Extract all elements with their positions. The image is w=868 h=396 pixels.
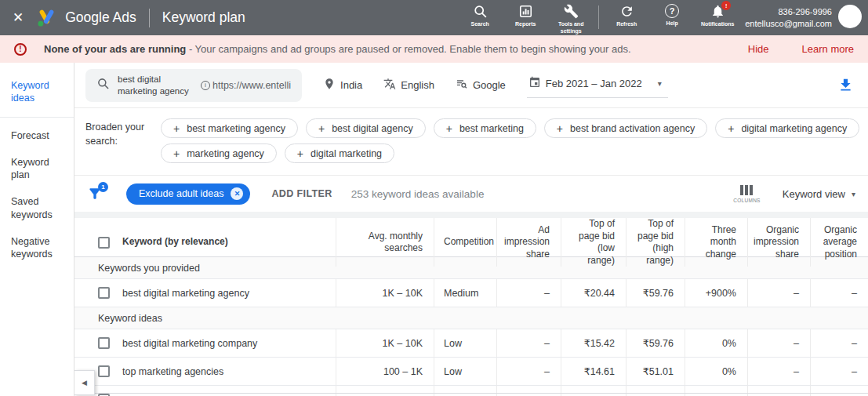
account-phone: 836-296-9996 bbox=[745, 6, 832, 18]
value-cell: – bbox=[810, 386, 868, 396]
help-icon: ? bbox=[665, 4, 679, 18]
plus-icon: + bbox=[173, 122, 180, 135]
keyword-suggestion-chip[interactable]: + best marketing agency bbox=[161, 118, 298, 138]
sidebar-item[interactable]: Negative keywords bbox=[0, 228, 74, 268]
search-button[interactable]: Search bbox=[457, 4, 503, 28]
nav-label: Help bbox=[666, 20, 678, 27]
value-cell: – bbox=[496, 279, 561, 307]
chip-label: marketing agency bbox=[187, 148, 264, 159]
value-cell: – bbox=[747, 329, 810, 357]
value-cell: ₹51.01 bbox=[626, 358, 685, 385]
close-icon[interactable]: ✕ bbox=[13, 9, 24, 26]
location-pin-icon bbox=[323, 78, 336, 93]
column-header[interactable]: Ad impression share bbox=[496, 218, 561, 267]
site-url[interactable]: i https://www.entelli bbox=[201, 80, 291, 91]
column-header[interactable]: Organic impression share bbox=[747, 218, 810, 267]
avatar[interactable] bbox=[838, 5, 862, 28]
calendar-icon bbox=[528, 76, 541, 91]
value-cell: ₹59.76 bbox=[626, 329, 685, 357]
topbar: ✕ Google Ads Keyword plan Search Re bbox=[0, 0, 868, 35]
table-body: Keywords you providedbest digital market… bbox=[74, 257, 868, 396]
checkbox[interactable] bbox=[98, 237, 110, 249]
learn-more-link[interactable]: Learn more bbox=[802, 43, 854, 55]
topbar-divider bbox=[149, 9, 150, 27]
value-cell: – bbox=[810, 279, 868, 307]
sidebar-item[interactable]: Forecast bbox=[0, 122, 74, 149]
sidebar-item-label: Keyword ideas bbox=[11, 80, 49, 104]
account-email: entellusco@gmail.com bbox=[745, 18, 832, 30]
remove-filter-icon[interactable]: ✕ bbox=[231, 187, 243, 200]
table-row: top digital marketing agency100 – 1KMedi… bbox=[74, 386, 868, 396]
language-value: English bbox=[401, 79, 434, 91]
checkbox[interactable] bbox=[98, 337, 110, 349]
exclude-adult-ideas-chip[interactable]: Exclude adult ideas ✕ bbox=[126, 183, 250, 205]
network-selector[interactable]: Google bbox=[456, 78, 506, 93]
value-cell: – bbox=[496, 386, 561, 396]
keyword-view-dropdown[interactable]: Keyword view ▾ bbox=[783, 188, 855, 200]
keyword-suggestion-chip[interactable]: + best digital agency bbox=[306, 118, 426, 138]
keyword-suggestion-chip[interactable]: + best marketing bbox=[434, 118, 536, 138]
filter-funnel-button[interactable]: 1 bbox=[87, 186, 103, 202]
info-icon: i bbox=[201, 81, 210, 90]
value-cell: 0% bbox=[685, 358, 747, 385]
sidebar-item-label: Forecast bbox=[11, 130, 49, 141]
help-button[interactable]: ? Help bbox=[649, 4, 695, 27]
keyword-search-field[interactable]: best digital marketing agency i https://… bbox=[85, 69, 302, 102]
column-header[interactable]: Top of page bid (high range) bbox=[626, 218, 685, 267]
column-header[interactable]: Top of page bid (low range) bbox=[561, 218, 626, 267]
chip-label: digital marketing agency bbox=[741, 123, 847, 134]
value-cell: ₹17.51 bbox=[561, 386, 626, 396]
keyword-label: best digital marketing company bbox=[122, 338, 257, 349]
reports-button[interactable]: Reports bbox=[503, 4, 548, 28]
value-cell: 1K – 10K bbox=[336, 329, 434, 357]
keyword-suggestion-chip[interactable]: + digital marketing bbox=[285, 144, 394, 163]
keyword-cell: top marketing agencies bbox=[74, 358, 336, 385]
filter-count-badge: 1 bbox=[98, 182, 108, 192]
keyword-label: best digital marketing agency bbox=[122, 288, 249, 299]
notifications-button[interactable]: ! Notifications bbox=[695, 4, 740, 28]
language-selector[interactable]: English bbox=[383, 78, 434, 93]
sidebar-item[interactable]: Saved keywords bbox=[0, 188, 74, 228]
checkbox[interactable] bbox=[98, 365, 110, 377]
table-bottom-border bbox=[74, 393, 868, 394]
value-cell: Medium bbox=[434, 386, 496, 396]
result-count: 253 keyword ideas available bbox=[351, 188, 485, 200]
keyword-cell: best digital marketing company bbox=[74, 329, 336, 357]
hide-link[interactable]: Hide bbox=[748, 43, 769, 55]
notification-badge: ! bbox=[721, 1, 731, 10]
tools-and-settings-button[interactable]: Tools and settings bbox=[548, 4, 594, 35]
topbar-separator bbox=[598, 5, 599, 29]
refine-keywords-button[interactable]: REFINE KEYWORDS bbox=[859, 127, 868, 157]
plus-icon: + bbox=[557, 122, 563, 135]
banner-text: None of your ads are running - Your camp… bbox=[44, 43, 715, 55]
column-header[interactable]: Three month change bbox=[685, 218, 747, 267]
download-button[interactable] bbox=[837, 77, 854, 93]
keyword-suggestion-chip[interactable]: + digital marketing agency bbox=[715, 118, 859, 138]
chevron-down-icon: ▾ bbox=[658, 79, 662, 88]
add-filter-button[interactable]: ADD FILTER bbox=[271, 188, 332, 199]
chip-label: best digital agency bbox=[332, 123, 413, 134]
plus-icon: + bbox=[446, 122, 452, 135]
table-gap-band bbox=[74, 212, 868, 218]
alert-icon: ! bbox=[14, 43, 27, 56]
sidebar-item[interactable]: Keyword plan bbox=[0, 149, 74, 189]
column-header[interactable]: Competition bbox=[434, 218, 496, 267]
column-header[interactable]: Keyword (by relevance) bbox=[74, 218, 336, 267]
keyword-suggestion-chip[interactable]: + best brand activation agency bbox=[544, 118, 707, 138]
search-icon bbox=[473, 4, 488, 19]
keyword-suggestion-chip[interactable]: + marketing agency bbox=[161, 144, 277, 163]
keyword-cell: best digital marketing agency bbox=[74, 279, 336, 307]
sidebar-item[interactable]: Keyword ideas bbox=[0, 72, 74, 118]
column-header[interactable]: Organic average position bbox=[810, 218, 868, 267]
column-header[interactable]: Avg. monthly searches bbox=[336, 218, 434, 267]
scroll-left-button[interactable]: ◀ bbox=[74, 370, 95, 395]
search-icon bbox=[96, 77, 110, 93]
columns-label: COLUMNS bbox=[733, 198, 761, 203]
checkbox[interactable] bbox=[98, 287, 110, 299]
account-info: 836-296-9996 entellusco@gmail.com bbox=[745, 6, 832, 30]
date-range-selector[interactable]: Feb 2021 – Jan 2022 ▾ bbox=[527, 72, 668, 98]
location-selector[interactable]: India bbox=[323, 78, 362, 93]
columns-button[interactable]: COLUMNS bbox=[733, 185, 761, 203]
refresh-button[interactable]: Refresh bbox=[604, 4, 649, 28]
ads-paused-banner: ! None of your ads are running - Your ca… bbox=[0, 35, 868, 63]
